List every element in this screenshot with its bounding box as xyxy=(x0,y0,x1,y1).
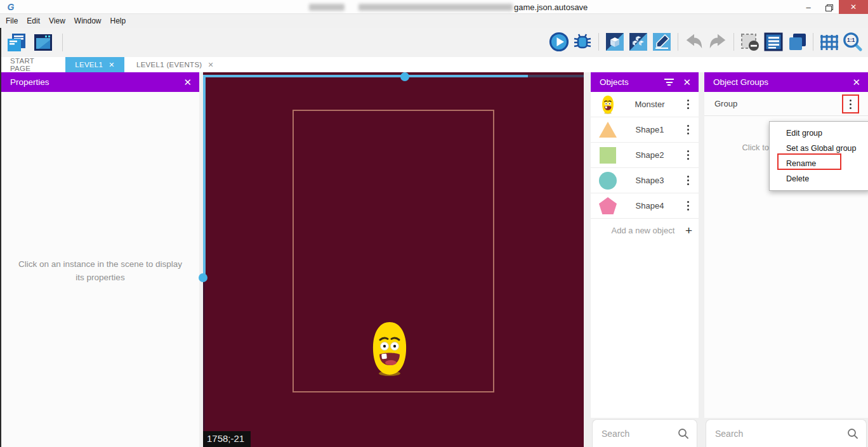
editor-tabs: START PAGE LEVEL1 ✕ LEVEL1 (EVENTS) ✕ xyxy=(0,57,868,72)
square-thumbnail-icon xyxy=(598,146,617,165)
object-groups-panel-header: Object Groups ✕ xyxy=(704,72,868,92)
monster-thumbnail-icon xyxy=(598,95,617,114)
toolbar-divider xyxy=(598,33,599,51)
tab-level1-events[interactable]: LEVEL1 (EVENTS) ✕ xyxy=(124,57,226,72)
groups-search-input[interactable] xyxy=(715,429,847,439)
object-name: Shape3 xyxy=(617,176,682,185)
undo-icon[interactable] xyxy=(684,31,704,53)
toolbar-divider xyxy=(733,33,734,51)
object-name: Shape1 xyxy=(617,125,682,134)
scene-canvas[interactable]: 1758;-21 xyxy=(203,72,584,447)
empty-message-line2: its properties xyxy=(6,271,194,284)
search-icon xyxy=(678,428,689,439)
menu-bar: File Edit View Window Help xyxy=(0,15,868,28)
object-row-shape4[interactable]: Shape4 xyxy=(591,193,699,219)
grid-icon[interactable] xyxy=(819,31,839,53)
object-menu-icon[interactable] xyxy=(682,176,694,185)
cursor-coordinates: 1758;-21 xyxy=(203,431,251,447)
circle-thumbnail-icon xyxy=(598,171,617,190)
empty-message-line1: Click on an instance in the scene to dis… xyxy=(6,257,194,271)
instance-properties-icon[interactable] xyxy=(652,31,672,53)
debug-icon[interactable] xyxy=(572,31,593,53)
tab-close-icon[interactable]: ✕ xyxy=(109,61,115,69)
layers-icon[interactable] xyxy=(787,31,807,53)
filter-icon[interactable] xyxy=(664,79,674,86)
tab-start-page[interactable]: START PAGE xyxy=(0,57,65,72)
menu-item-set-global-group[interactable]: Set as Global group xyxy=(770,141,868,156)
group-hint-text: Click to xyxy=(704,143,769,152)
object-name: Shape4 xyxy=(617,201,682,211)
menu-item-rename[interactable]: Rename xyxy=(770,156,868,171)
object-name: Monster xyxy=(617,100,682,109)
menu-item-delete[interactable]: Delete xyxy=(770,171,868,186)
window-title: game.json.autosave xyxy=(309,0,588,14)
gdevelop-logo-icon: G xyxy=(5,1,16,13)
zoom-1-1-icon[interactable]: 1:1 xyxy=(843,31,863,53)
menu-file[interactable]: File xyxy=(1,15,22,28)
tab-level1[interactable]: LEVEL1 ✕ xyxy=(65,57,124,72)
menu-window[interactable]: Window xyxy=(70,15,106,28)
menu-item-edit-group[interactable]: Edit group xyxy=(770,126,868,141)
close-panel-icon[interactable]: ✕ xyxy=(683,77,691,88)
object-row-shape2[interactable]: Shape2 xyxy=(591,143,699,168)
minimize-icon: – xyxy=(806,3,810,12)
toolbar-divider xyxy=(678,33,678,51)
resize-handle-left[interactable] xyxy=(199,273,207,282)
panel-title: Object Groups xyxy=(713,77,852,87)
toolbar-divider xyxy=(62,34,63,51)
monster-instance[interactable] xyxy=(369,321,410,377)
pentagon-thumbnail-icon xyxy=(598,197,617,216)
objects-search-input[interactable] xyxy=(602,429,678,439)
selection-mask-icon[interactable] xyxy=(740,31,760,53)
resize-handle-top[interactable] xyxy=(400,72,409,81)
menu-view[interactable]: View xyxy=(44,15,70,28)
scene-edge-top xyxy=(528,75,584,77)
object-row-shape3[interactable]: Shape3 xyxy=(591,168,699,193)
properties-empty-message: Click on an instance in the scene to dis… xyxy=(1,257,199,284)
object-menu-icon[interactable] xyxy=(682,100,694,109)
title-bar: G game.json.autosave – ✕ xyxy=(0,0,868,14)
group-name: Group xyxy=(714,99,862,108)
object-menu-icon[interactable] xyxy=(682,150,694,160)
redo-icon[interactable] xyxy=(707,31,728,53)
restore-button[interactable] xyxy=(819,0,839,14)
close-panel-icon[interactable]: ✕ xyxy=(852,77,860,88)
toolbar: 1:1 xyxy=(0,28,868,57)
add-object-button[interactable]: Add a new object + xyxy=(591,219,699,242)
group-menu-icon[interactable] xyxy=(845,100,857,109)
tab-label: LEVEL1 (EVENTS) xyxy=(136,61,202,68)
objects-editor-icon[interactable] xyxy=(605,31,625,53)
instances-list-icon[interactable] xyxy=(763,31,784,53)
panel-title: Properties xyxy=(10,77,183,87)
triangle-thumbnail-icon xyxy=(598,120,617,139)
close-icon: ✕ xyxy=(850,3,857,11)
groups-search-bar xyxy=(706,419,867,447)
objects-search-bar xyxy=(592,419,697,447)
add-object-label: Add a new object xyxy=(601,226,685,235)
close-panel-icon[interactable]: ✕ xyxy=(183,77,192,88)
project-manager-icon[interactable] xyxy=(6,32,27,53)
panel-title: Objects xyxy=(600,77,664,87)
tab-label: START PAGE xyxy=(10,57,55,72)
search-icon xyxy=(847,428,858,439)
annotation-menu-highlight xyxy=(842,94,859,113)
minimize-button[interactable]: – xyxy=(798,0,819,14)
object-groups-editor-icon[interactable] xyxy=(628,31,648,53)
menu-help[interactable]: Help xyxy=(106,15,131,28)
close-button[interactable]: ✕ xyxy=(839,0,868,14)
group-context-menu: Edit group Set as Global group Rename De… xyxy=(769,121,868,191)
object-row-monster[interactable]: Monster xyxy=(591,92,699,117)
object-row-shape1[interactable]: Shape1 xyxy=(591,117,699,143)
object-menu-icon[interactable] xyxy=(682,201,694,211)
window-title-text: game.json.autosave xyxy=(514,3,588,12)
menu-edit[interactable]: Edit xyxy=(22,15,44,28)
tab-close-icon[interactable]: ✕ xyxy=(208,61,214,69)
start-page-icon[interactable] xyxy=(33,32,53,53)
properties-panel: Properties ✕ Click on an instance in the… xyxy=(1,72,199,447)
object-menu-icon[interactable] xyxy=(682,125,694,134)
play-icon[interactable] xyxy=(549,31,569,53)
redacted-path-segment xyxy=(358,4,513,11)
group-row[interactable]: Group xyxy=(704,92,868,116)
redacted-title-segment xyxy=(309,4,345,11)
objects-panel: Objects ✕ Monster xyxy=(591,72,699,447)
